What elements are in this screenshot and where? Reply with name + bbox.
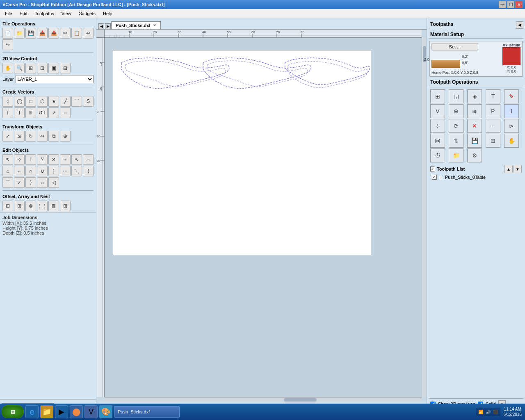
zoom-all-btn[interactable]: ⊡ (37, 63, 48, 73)
polyline-btn[interactable]: ↗ (48, 107, 59, 118)
menu-file[interactable]: File (2, 10, 16, 17)
tp-item-checkbox[interactable]: ✓ (432, 175, 437, 180)
tp-recalc-btn[interactable]: ⟳ (449, 119, 463, 133)
tp-edit-btn[interactable]: ✎ (504, 89, 519, 103)
tray-network-icon[interactable]: 📶 (477, 409, 484, 415)
tp-list-down-btn[interactable]: ▼ (514, 165, 522, 173)
taskbar-explorer-icon[interactable]: 📁 (40, 405, 53, 418)
tp-advanced-btn[interactable]: ⊕ (449, 104, 463, 118)
taskbar-vcarve-icon[interactable]: V (84, 405, 98, 418)
tp-save-btn[interactable]: 💾 (467, 134, 482, 148)
tp-text-btn[interactable]: T (486, 89, 500, 103)
nest2-btn[interactable]: ⊞ (60, 201, 71, 211)
circle-btn[interactable]: ○ (2, 96, 13, 107)
dimension-btn[interactable]: ↔ (60, 107, 71, 118)
menu-gadgets[interactable]: Gadgets (75, 10, 99, 17)
select-btn[interactable]: ↖ (2, 154, 13, 165)
tp-simulate-btn[interactable]: ⊳ (504, 119, 519, 133)
toolpath-list-item[interactable]: ✓ 📄 Push_Sticks_0Table (429, 174, 523, 180)
text-col-btn[interactable]: Ⅲ (25, 107, 36, 118)
distort-btn[interactable]: ⧉ (48, 131, 59, 142)
tp-delete-btn[interactable]: ✕ (467, 119, 482, 133)
cut-btn[interactable]: ✂ (60, 28, 71, 39)
tp-node-btn[interactable]: ⊹ (430, 119, 445, 133)
zoom-box-btn[interactable]: ⊞ (25, 63, 36, 73)
ellipse-btn[interactable]: ◯ (14, 96, 25, 107)
zoom-drawing-btn[interactable]: ⊟ (60, 63, 71, 73)
weld-btn[interactable]: ∪ (37, 166, 48, 176)
round-corner-btn[interactable]: ⌓ (83, 154, 94, 165)
nest-btn[interactable]: ⊠ (48, 201, 59, 211)
copy-btn[interactable]: 📋 (71, 28, 82, 39)
pattern-btn[interactable]: ⋮⋮ (37, 201, 48, 211)
new-file-btn[interactable]: 📄 (2, 28, 13, 39)
polyline2-btn[interactable]: ⋱ (71, 166, 82, 176)
text-arc-btn[interactable]: T̈ (14, 107, 25, 118)
fillet-btn[interactable]: ⌒ (2, 177, 13, 188)
node-select-btn[interactable]: ⊺ (25, 154, 36, 165)
rp-collapse-btn[interactable]: ◀ (516, 21, 523, 29)
zoom-selection-btn[interactable]: ▣ (48, 63, 59, 73)
tp-clock-btn[interactable]: ⏱ (430, 148, 445, 162)
tab-next-btn[interactable]: ▶ (105, 23, 111, 29)
arc2-btn[interactable]: ⌕ (37, 177, 48, 188)
mirror-h-btn[interactable]: ⇔ (37, 131, 48, 142)
scrollbar-right[interactable] (422, 38, 427, 397)
taskbar-ie-icon[interactable]: e (25, 405, 39, 418)
text-btn[interactable]: T (2, 107, 13, 118)
star-btn[interactable]: ★ (48, 96, 59, 107)
taskbar-active-window[interactable]: Push_Sticks.dxf (114, 406, 180, 418)
taskbar-chrome-icon[interactable]: ⬤ (70, 405, 83, 418)
menu-edit[interactable]: Edit (16, 10, 31, 17)
tangent-btn[interactable]: ⟨ (83, 166, 94, 176)
extend-btn[interactable]: ⌐ (14, 166, 25, 176)
undo-btn[interactable]: ↩ (83, 28, 94, 39)
arc-btn[interactable]: ⌒ (71, 96, 82, 107)
menu-view[interactable]: View (58, 10, 75, 17)
break-apart-btn[interactable]: ⊻ (37, 154, 48, 165)
tp-vcarve-btn[interactable]: V (430, 104, 445, 118)
tp-sort-btn[interactable]: ⇅ (449, 134, 463, 148)
drawing-tab-file[interactable]: Push_Sticks.dxf ✕ (111, 21, 161, 29)
toolpath-list-checkbox[interactable]: ✓ (430, 167, 435, 171)
join-btn[interactable]: ∩ (25, 166, 36, 176)
restore-button[interactable]: ❐ (507, 1, 514, 8)
tp-inlay-btn[interactable]: I (504, 104, 519, 118)
intersect-btn[interactable]: ⋯ (60, 166, 71, 176)
offset-btn[interactable]: ⊡ (2, 201, 13, 211)
merge-btn[interactable]: ⊗ (25, 201, 36, 211)
fit-btn[interactable]: ✓ (14, 177, 25, 188)
align-btn[interactable]: ⊕ (60, 131, 71, 142)
pan-btn[interactable]: ✋ (2, 63, 13, 73)
rotate-btn[interactable]: ↻ (25, 131, 36, 142)
tangent2-btn[interactable]: ⟩ (25, 177, 36, 188)
canvas-wrapper[interactable]: 10 20 30 40 50 60 70 80 (96, 30, 427, 402)
line-btn[interactable]: ╱ (60, 96, 71, 107)
export-btn[interactable]: 📤 (48, 28, 59, 39)
import-btn[interactable]: 📥 (37, 28, 48, 39)
zoom-in-btn[interactable]: 🔍 (14, 63, 25, 73)
tp-hand-btn[interactable]: ✋ (504, 134, 519, 148)
node-ins-btn[interactable]: ⋮ (48, 166, 59, 176)
tp-join-btn[interactable]: ⋈ (430, 134, 445, 148)
tray-battery-icon[interactable]: ⬛ (492, 409, 499, 415)
tp-calc-btn[interactable]: ≡ (486, 119, 500, 133)
scale-btn[interactable]: ⇲ (14, 131, 25, 142)
canvas-viewport[interactable] (105, 38, 422, 397)
menu-help[interactable]: Help (100, 10, 116, 17)
tab-close-icon[interactable]: ✕ (153, 23, 156, 27)
minimize-button[interactable]: — (499, 1, 506, 8)
smooth-btn[interactable]: ≈ (60, 154, 71, 165)
node-edit-btn[interactable]: ⊹ (14, 154, 25, 165)
delete-btn[interactable]: ✕ (48, 154, 59, 165)
taskbar-paint-icon[interactable]: 🎨 (99, 405, 112, 418)
tp-file-btn[interactable]: 📁 (449, 148, 463, 162)
close-btn[interactable]: ◁ (48, 177, 59, 188)
tab-prev-btn[interactable]: ◀ (98, 23, 104, 29)
rect-btn[interactable]: □ (25, 96, 36, 107)
text-curved-btn[interactable]: ↺T (37, 107, 48, 118)
taskbar-mediaplayer-icon[interactable]: ▶ (55, 405, 68, 418)
scroll-thumb-horizontal[interactable] (284, 398, 317, 402)
tp-profile-btn[interactable]: ◱ (449, 89, 463, 103)
array-btn[interactable]: ⊞ (14, 201, 25, 211)
